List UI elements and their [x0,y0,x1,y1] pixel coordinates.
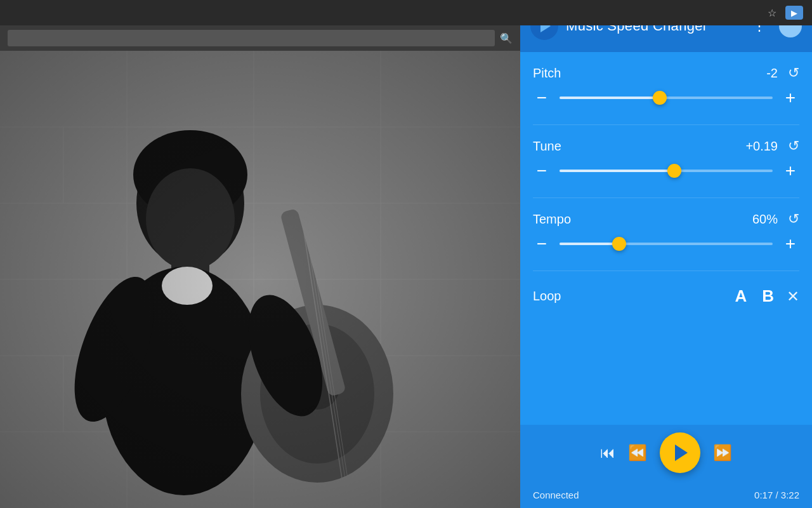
transport-controls: ⏮ ⏪ ⏩ [600,432,732,473]
playback-time: 0:17 / 3:22 [754,490,799,500]
loop-a-button[interactable]: A [727,284,754,309]
tempo-value: 60% [752,212,778,227]
tune-track [560,170,773,172]
tempo-label: Tempo [533,212,752,227]
tune-reset-icon[interactable]: ↺ [788,138,799,154]
tune-value: +0.19 [745,139,778,154]
play-icon [675,444,688,461]
address-bar: 🔍 [0,25,520,51]
tune-label: Tune [533,139,745,154]
tempo-reset-icon[interactable]: ↺ [788,211,799,227]
tune-decrease-button[interactable]: − [533,162,551,180]
video-background [0,51,520,508]
pitch-fill [560,97,660,99]
tune-control: Tune +0.19 ↺ − + [533,138,799,180]
pitch-thumb[interactable] [653,91,667,105]
star-icon[interactable]: ☆ [765,6,779,20]
pitch-label: Pitch [533,66,766,81]
tempo-decrease-button[interactable]: − [533,235,551,253]
connection-status: Connected [533,490,579,500]
tune-thumb[interactable] [667,164,681,178]
rewind-button[interactable]: ⏪ [628,444,647,462]
tune-increase-button[interactable]: + [782,162,799,180]
play-button[interactable] [660,432,700,473]
tune-divider [533,197,799,198]
tempo-thumb[interactable] [612,237,626,251]
address-input[interactable] [8,30,495,46]
tempo-slider-row: − + [533,235,799,253]
extension-icon[interactable]: ▶ [785,6,803,20]
loop-b-button[interactable]: B [754,284,782,309]
loop-control: Loop A B ✕ [533,284,799,321]
loop-label: Loop [533,289,727,304]
video-area [0,51,520,508]
browser-chrome: ☆ ▶ [0,0,812,25]
tune-slider[interactable] [560,164,773,177]
pitch-value: -2 [766,66,778,81]
tune-label-row: Tune +0.19 ↺ [533,138,799,154]
video-visual [0,51,520,508]
pitch-label-row: Pitch -2 ↺ [533,65,799,81]
pitch-control: Pitch -2 ↺ − + [533,65,799,107]
tempo-increase-button[interactable]: + [782,235,799,253]
fast-forward-button[interactable]: ⏩ [713,444,732,462]
pitch-decrease-button[interactable]: − [533,89,551,107]
controls-area: Pitch -2 ↺ − + Tune +0.19 ↺ [520,52,812,425]
tempo-divider [533,271,799,271]
tempo-control: Tempo 60% ↺ − + [533,211,799,253]
tempo-track [560,243,773,245]
tune-slider-row: − + [533,162,799,180]
tempo-fill [560,243,619,245]
tempo-label-row: Tempo 60% ↺ [533,211,799,227]
pitch-reset-icon[interactable]: ↺ [788,65,799,81]
pitch-increase-button[interactable]: + [782,89,799,107]
pitch-slider-row: − + [533,89,799,107]
tune-fill [560,170,674,172]
pitch-divider [533,124,799,125]
search-icon[interactable]: 🔍 [500,32,513,44]
transport-bar: ⏮ ⏪ ⏩ Connected 0:17 / 3:22 [520,425,812,508]
loop-close-button[interactable]: ✕ [787,288,799,305]
pitch-track [560,97,773,99]
music-speed-changer-panel: Music Speed Changer ⋮ Pitch -2 ↺ − + [520,0,812,508]
svg-rect-28 [0,51,520,508]
skip-back-button[interactable]: ⏮ [600,444,615,462]
pitch-slider[interactable] [560,91,773,104]
tempo-slider[interactable] [560,237,773,250]
status-bar: Connected 0:17 / 3:22 [533,483,799,508]
